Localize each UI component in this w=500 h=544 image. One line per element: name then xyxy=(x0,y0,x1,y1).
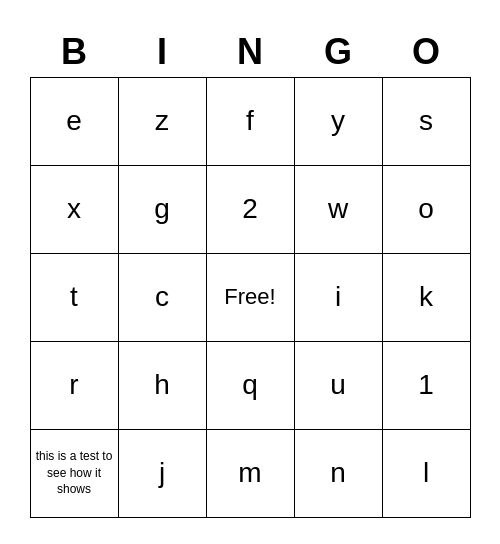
bingo-card: BINGO ezfysxg2wotcFree!ikrhqu1this is a … xyxy=(20,17,481,528)
bingo-cell-1-4: o xyxy=(383,166,471,254)
bingo-cell-1-3: w xyxy=(295,166,383,254)
bingo-cell-4-2: m xyxy=(207,430,295,518)
bingo-cell-3-4: 1 xyxy=(383,342,471,430)
bingo-cell-3-3: u xyxy=(295,342,383,430)
bingo-cell-4-4: l xyxy=(383,430,471,518)
header-letter-I: I xyxy=(118,27,206,77)
bingo-grid: ezfysxg2wotcFree!ikrhqu1this is a test t… xyxy=(30,77,471,518)
bingo-cell-2-3: i xyxy=(295,254,383,342)
bingo-cell-3-2: q xyxy=(207,342,295,430)
bingo-cell-0-2: f xyxy=(207,78,295,166)
header-letter-N: N xyxy=(206,27,294,77)
bingo-cell-3-1: h xyxy=(119,342,207,430)
bingo-header: BINGO xyxy=(30,27,470,77)
bingo-cell-2-2: Free! xyxy=(207,254,295,342)
bingo-cell-1-2: 2 xyxy=(207,166,295,254)
bingo-cell-2-0: t xyxy=(31,254,119,342)
bingo-cell-4-3: n xyxy=(295,430,383,518)
bingo-cell-4-0: this is a test to see how it shows xyxy=(31,430,119,518)
bingo-cell-0-4: s xyxy=(383,78,471,166)
bingo-cell-0-0: e xyxy=(31,78,119,166)
header-letter-B: B xyxy=(30,27,118,77)
bingo-cell-0-3: y xyxy=(295,78,383,166)
bingo-cell-4-1: j xyxy=(119,430,207,518)
bingo-cell-0-1: z xyxy=(119,78,207,166)
header-letter-G: G xyxy=(294,27,382,77)
bingo-cell-3-0: r xyxy=(31,342,119,430)
bingo-cell-2-1: c xyxy=(119,254,207,342)
bingo-cell-2-4: k xyxy=(383,254,471,342)
bingo-cell-1-0: x xyxy=(31,166,119,254)
bingo-cell-1-1: g xyxy=(119,166,207,254)
header-letter-O: O xyxy=(382,27,470,77)
